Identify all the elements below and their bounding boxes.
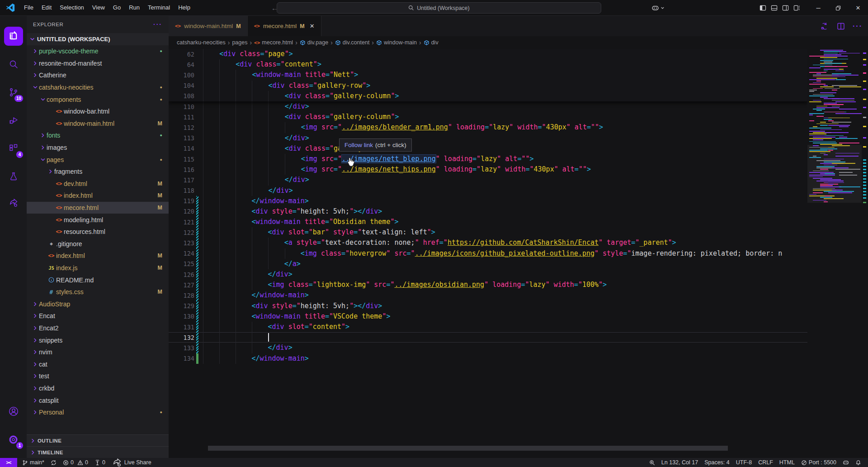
code-line-121[interactable]: 121 <window-main title="Obsidian theme"> — [169, 217, 868, 227]
tree-folder-catsharku-neocities[interactable]: catsharku-neocities● — [27, 81, 169, 94]
code-line-117[interactable]: 117 </div> — [169, 175, 868, 185]
code-line-126[interactable]: 126 </div> — [169, 269, 868, 280]
tree-folder-resonite-mod-manifest[interactable]: resonite-mod-manifest — [27, 57, 169, 70]
tree-folder-snippets[interactable]: snippets — [27, 334, 169, 346]
minimize-button[interactable]: ─ — [808, 0, 828, 16]
code-line-114[interactable]: 114 <div class="gallery-column"> — [169, 143, 868, 154]
tree-folder-components[interactable]: components● — [27, 93, 169, 105]
activity-source-control-icon[interactable]: 10 — [0, 81, 27, 103]
activity-live-share-icon[interactable] — [0, 192, 27, 214]
tree-file-resources.html[interactable]: <>resources.html — [27, 226, 169, 238]
activity-run-debug-icon[interactable] — [0, 110, 27, 131]
explorer-more-actions-icon[interactable]: ··· — [153, 21, 162, 28]
code-line-120[interactable]: 120 <div style="height: 5vh;"></div> — [169, 206, 868, 217]
tree-file-styles.css[interactable]: #styles.cssM — [27, 286, 169, 298]
status-copilot[interactable] — [840, 458, 852, 467]
tree-folder-purple-vscode-theme[interactable]: purple-vscode-theme● — [27, 45, 169, 57]
sticky-line-104[interactable]: 104 <div class="gallery-row"> — [169, 81, 807, 91]
sticky-line-108[interactable]: 108 <div class="gallery-column"> — [169, 91, 807, 101]
status-zoom[interactable] — [646, 458, 658, 467]
tree-file-mecore.html[interactable]: <>mecore.htmlM — [27, 202, 169, 214]
close-tab-icon[interactable]: ✕ — [310, 23, 315, 29]
more-actions-icon[interactable]: ··· — [853, 22, 863, 30]
tree-file-index.js[interactable]: JSindex.jsM — [27, 262, 169, 274]
code-line-133[interactable]: 133 </div> — [169, 343, 868, 353]
tab-window-main.html[interactable]: <>window-main.htmlM — [169, 16, 248, 36]
code-line-110[interactable]: 110 </div> — [169, 101, 868, 112]
tree-folder-crkbd[interactable]: crkbd — [27, 382, 169, 395]
status-language-mode[interactable]: HTML — [776, 458, 798, 467]
code-line-134[interactable]: 134 </window-main> — [169, 353, 868, 364]
tree-folder-test[interactable]: test — [27, 370, 169, 382]
workspace-root-row[interactable]: UNTITLED (WORKSPACE) — [27, 33, 169, 45]
tree-folder-images[interactable]: images — [27, 142, 169, 154]
code-line-127[interactable]: 127 <img class="lightbox-img" src="../im… — [169, 280, 868, 290]
code-line-112[interactable]: 112 <img src="../images/blender_arm1.png… — [169, 122, 868, 133]
breadcrumb-item-div[interactable]: div — [424, 39, 439, 46]
code-line-116[interactable]: 116 <img src="../images/nett_hips.png" l… — [169, 164, 868, 175]
status-encoding[interactable]: UTF-8 — [733, 458, 755, 467]
activity-explorer-icon[interactable] — [0, 25, 27, 47]
breadcrumb-item-window-main[interactable]: window-main — [376, 39, 417, 46]
code-line-128[interactable]: 128 </window-main> — [169, 290, 868, 300]
activity-settings-icon[interactable]: 1 — [0, 429, 27, 450]
toggle-primary-sidebar-icon[interactable] — [760, 5, 766, 11]
menu-view[interactable]: View — [88, 2, 109, 13]
menu-file[interactable]: File — [20, 2, 38, 13]
tree-folder-cat[interactable]: cat — [27, 358, 169, 370]
status-cursor-position[interactable]: Ln 132, Col 17 — [658, 458, 701, 467]
tree-folder-nvim[interactable]: nvim — [27, 346, 169, 358]
tree-file-dev.html[interactable]: <>dev.htmlM — [27, 178, 169, 190]
menu-run[interactable]: Run — [125, 2, 144, 13]
breadcrumb-item-div.page[interactable]: div.page — [300, 39, 328, 46]
code-line-123[interactable]: 123 <a style="text-decoration: none;" hr… — [169, 238, 868, 248]
breadcrumb-item-div.content[interactable]: div.content — [335, 39, 370, 46]
tree-folder-fonts[interactable]: fonts● — [27, 129, 169, 142]
breadcrumb-item-catsharku-neocities[interactable]: catsharku-neocities — [177, 39, 226, 46]
activity-accounts-icon[interactable] — [0, 400, 27, 422]
menu-selection[interactable]: Selection — [56, 2, 88, 13]
code-line-122[interactable]: 122 <div slot="bar" style="text-align: l… — [169, 227, 868, 238]
code-line-124[interactable]: 124 <img class="hovergrow" src="../image… — [169, 248, 868, 259]
tree-folder-Personal[interactable]: Personal● — [27, 406, 169, 419]
activity-extensions-icon[interactable]: 4 — [0, 138, 27, 159]
tree-folder-fragments[interactable]: fragments — [27, 166, 169, 178]
tree-file-window-main.html[interactable]: <>window-main.htmlM — [27, 118, 169, 130]
split-editor-icon[interactable] — [836, 22, 845, 31]
close-window-button[interactable]: ✕ — [848, 0, 868, 16]
status-problems[interactable]: 00 — [60, 458, 91, 467]
sticky-line-62[interactable]: 62 <div class="page"> — [169, 49, 807, 59]
horizontal-scrollbar-thumb[interactable] — [208, 446, 728, 451]
tree-folder-Encat[interactable]: Encat — [27, 310, 169, 322]
menu-help[interactable]: Help — [174, 2, 194, 13]
code-line-132[interactable]: 132 — [169, 332, 868, 343]
tree-file-.gitignore[interactable]: ◆.gitignore — [27, 238, 169, 250]
tree-file-index.html[interactable]: <>index.htmlM — [27, 250, 169, 262]
breadcrumb-item-pages[interactable]: pages — [232, 39, 247, 46]
tree-file-modeling.html[interactable]: <>modeling.html — [27, 214, 169, 226]
restore-button[interactable] — [828, 0, 848, 16]
overview-ruler[interactable] — [862, 49, 868, 453]
status-live-share[interactable]: Live Share — [108, 458, 155, 467]
customize-layout-icon[interactable] — [793, 5, 800, 11]
activity-search-icon[interactable] — [0, 53, 27, 75]
menu-go[interactable]: Go — [109, 2, 125, 13]
code-line-130[interactable]: 130 <window-main title="VSCode theme"> — [169, 311, 868, 322]
tree-file-README.md[interactable]: README.md — [27, 274, 169, 286]
copilot-menu[interactable] — [651, 4, 665, 12]
code-line-131[interactable]: 131 <div slot="content"> — [169, 322, 868, 332]
horizontal-scrollbar[interactable] — [169, 446, 807, 451]
minimap[interactable] — [807, 49, 862, 453]
status-git-branch[interactable]: main* — [19, 458, 47, 467]
tree-folder-pages[interactable]: pages● — [27, 153, 169, 166]
command-center[interactable]: Untitled (Workspace) — [277, 2, 601, 14]
code-line-125[interactable]: 125 </a> — [169, 259, 868, 269]
tree-folder-catsplit[interactable]: catsplit — [27, 394, 169, 406]
breadcrumb-item-mecore.html[interactable]: <>mecore.html — [254, 39, 293, 46]
code-editor[interactable]: 110 </div>111 <div class="gallery-column… — [169, 49, 868, 453]
toggle-secondary-sidebar-icon[interactable] — [782, 5, 789, 11]
tree-file-window-bar.html[interactable]: <>window-bar.html — [27, 105, 169, 118]
section-outline[interactable]: OUTLINE — [27, 434, 169, 446]
remote-indicator[interactable]: >< — [0, 458, 17, 467]
sticky-line-100[interactable]: 100 <window-main title="Nett"> — [169, 70, 807, 80]
